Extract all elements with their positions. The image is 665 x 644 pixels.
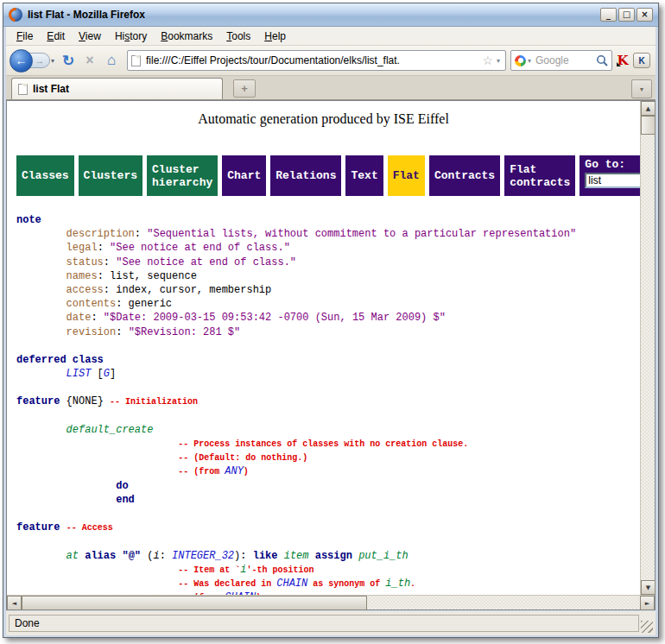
- eiffel-source: note description: "Sequential lists, wit…: [16, 213, 640, 595]
- firefox-window: list Flat - Mozilla Firefox _ □ × FileEd…: [3, 3, 659, 638]
- page-content: Automatic generation produced by ISE Eif…: [7, 101, 640, 595]
- class-link[interactable]: ANY: [225, 465, 244, 477]
- code-line: [16, 534, 640, 548]
- feature-link[interactable]: default_create: [66, 424, 154, 436]
- kaspersky-icon[interactable]: K: [616, 54, 630, 67]
- class-link[interactable]: G: [104, 368, 110, 380]
- code-text: (: [141, 550, 153, 562]
- url-dropdown-icon[interactable]: ▾: [495, 57, 502, 65]
- class-link[interactable]: CHAIN: [276, 578, 307, 590]
- nav-button-cluster-hierarchy[interactable]: Clusterhierarchy: [147, 155, 218, 196]
- nav-button-relations[interactable]: Relations: [270, 155, 341, 196]
- scroll-right-button[interactable]: ►: [640, 596, 655, 610]
- k-addon-button[interactable]: K: [633, 53, 650, 68]
- code-text: : index, cursor, membership: [104, 284, 271, 296]
- code-line: do: [16, 479, 640, 493]
- code-line: description: "Sequential lists, without …: [16, 227, 640, 241]
- home-button[interactable]: ⌂: [100, 52, 123, 69]
- menu-item-help[interactable]: Help: [257, 28, 293, 44]
- code-text: -- (from: [178, 467, 225, 477]
- code-line: revision: "$Revision: 281 $": [16, 325, 640, 339]
- code-text: '-th position: [246, 565, 314, 575]
- nav-button-text[interactable]: Text: [345, 155, 383, 196]
- nav-button-flat[interactable]: Flat: [388, 155, 425, 196]
- code-text: [16, 298, 66, 310]
- menu-item-view[interactable]: View: [72, 28, 108, 44]
- code-text: [16, 438, 178, 450]
- menu-item-tools[interactable]: Tools: [219, 28, 257, 44]
- search-bar[interactable]: ▾ Google: [510, 50, 612, 71]
- scroll-left-button[interactable]: ◄: [7, 596, 22, 610]
- feature-link[interactable]: at: [66, 550, 79, 562]
- goto-box: Go to:: [580, 155, 640, 196]
- page-icon: [131, 55, 141, 66]
- stop-button[interactable]: ×: [79, 53, 100, 68]
- code-text: feature: [16, 521, 60, 534]
- menu-item-bookmarks[interactable]: Bookmarks: [154, 28, 219, 44]
- menu-item-history[interactable]: History: [108, 28, 154, 44]
- window-title: list Flat - Mozilla Firefox: [28, 9, 600, 21]
- vertical-scroll-thumb[interactable]: [641, 116, 656, 135]
- maximize-button[interactable]: □: [618, 8, 635, 22]
- nav-button-flat-contracts[interactable]: Flatcontracts: [504, 155, 575, 196]
- tab-label: list Flat: [33, 83, 69, 95]
- code-text: [16, 228, 66, 240]
- scroll-down-button[interactable]: ▼: [641, 580, 656, 595]
- nav-button-clusters[interactable]: Clusters: [79, 155, 142, 196]
- code-text: status: [66, 256, 104, 268]
- nav-button-chart[interactable]: Chart: [222, 155, 266, 196]
- search-placeholder[interactable]: Google: [535, 54, 596, 66]
- code-text: names: [66, 270, 98, 282]
- nav-button-contracts[interactable]: Contracts: [429, 155, 500, 196]
- code-text: description: [66, 228, 135, 240]
- code-text: "$Date: 2009-03-15 09:53:42 -0700 (Sun, …: [104, 312, 446, 324]
- code-text: :: [104, 256, 116, 268]
- horizontal-scrollbar[interactable]: ◄ ►: [7, 595, 655, 609]
- history-dropdown-icon[interactable]: ▾: [50, 57, 57, 65]
- new-tab-button[interactable]: +: [233, 79, 256, 98]
- feature-link[interactable]: item: [284, 550, 309, 562]
- menu-item-edit[interactable]: Edit: [40, 28, 72, 44]
- code-text: :: [135, 228, 147, 240]
- search-engine-dropdown-icon[interactable]: ▾: [526, 57, 533, 65]
- code-text: .: [410, 579, 415, 589]
- url-text[interactable]: file:///C:/Eiffel Projects/tour/Document…: [146, 54, 480, 66]
- feature-link[interactable]: put_i_th: [358, 550, 408, 562]
- horizontal-scroll-thumb[interactable]: [22, 596, 367, 610]
- resize-grip[interactable]: [641, 621, 653, 633]
- vertical-scrollbar[interactable]: ▲ ▼: [640, 101, 655, 595]
- code-text: [16, 494, 116, 506]
- status-text: Done: [9, 615, 639, 632]
- code-line: date: "$Date: 2009-03-15 09:53:42 -0700 …: [16, 311, 640, 325]
- titlebar[interactable]: list Flat - Mozilla Firefox _ □ ×: [3, 3, 658, 27]
- code-text: ):: [234, 550, 253, 562]
- minimize-button[interactable]: _: [600, 8, 617, 22]
- goto-input[interactable]: [585, 173, 640, 188]
- code-line: [16, 507, 640, 521]
- back-button[interactable]: ←: [10, 49, 33, 73]
- url-bar[interactable]: file:///C:/Eiffel Projects/tour/Document…: [127, 50, 506, 71]
- code-text: [16, 312, 66, 324]
- class-link[interactable]: INTEGER_32: [172, 550, 234, 562]
- code-text: [16, 451, 178, 464]
- tab-list-flat[interactable]: list Flat: [11, 78, 223, 99]
- status-bar: Done: [6, 611, 656, 635]
- feature-link[interactable]: i_th: [385, 578, 410, 590]
- menubar: FileEditViewHistoryBookmarksToolsHelp: [6, 27, 656, 46]
- code-text: do: [116, 480, 128, 492]
- code-line: names: list, sequence: [16, 269, 640, 283]
- browser-viewport: Automatic generation produced by ISE Eif…: [6, 100, 656, 610]
- menu-item-file[interactable]: File: [10, 28, 40, 44]
- bookmark-star-icon[interactable]: ☆: [480, 54, 495, 67]
- close-button[interactable]: ×: [636, 8, 653, 22]
- scroll-up-button[interactable]: ▲: [641, 101, 656, 116]
- reload-button[interactable]: ↻: [57, 52, 79, 70]
- tab-list-dropdown-button[interactable]: ▾: [631, 79, 652, 98]
- code-text: [16, 564, 178, 576]
- code-line: feature -- Access: [16, 521, 640, 534]
- search-icon[interactable]: [596, 54, 608, 66]
- code-line: default_create: [16, 423, 640, 437]
- nav-button-classes[interactable]: Classes: [16, 155, 74, 196]
- code-text: note: [16, 214, 41, 226]
- class-link[interactable]: LIST: [66, 368, 92, 380]
